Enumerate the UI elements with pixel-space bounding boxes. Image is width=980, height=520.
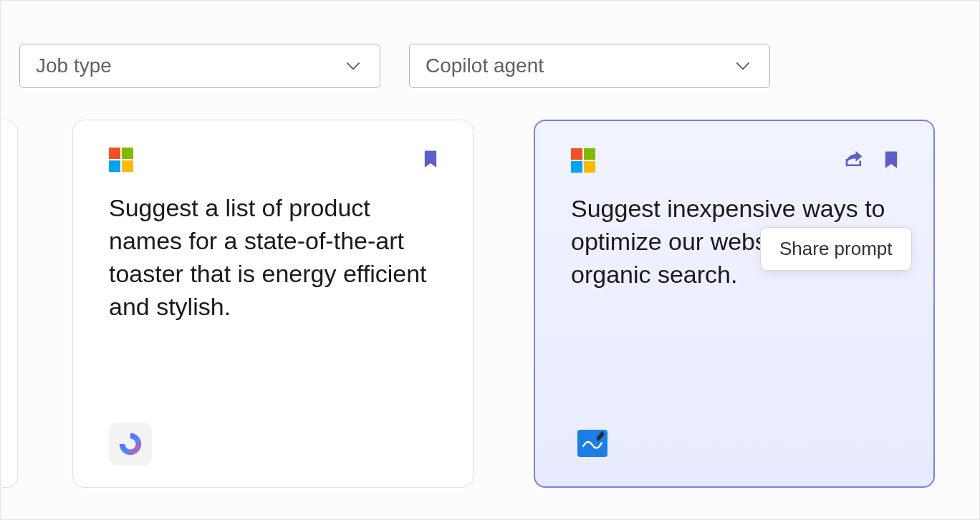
share-prompt-tooltip: Share prompt: [760, 227, 912, 271]
chevron-down-icon: [344, 57, 362, 75]
card-header: [571, 148, 902, 173]
loop-icon: [117, 430, 144, 458]
card-actions: [420, 148, 441, 169]
copilot-agent-dropdown[interactable]: Copilot agent: [409, 44, 770, 88]
copilot-agent-label: Copilot agent: [426, 54, 544, 77]
job-type-dropdown[interactable]: Job type: [19, 44, 380, 88]
card-footer: [571, 422, 902, 465]
prev-card-edge[interactable]: [2, 120, 18, 488]
app-icon-button[interactable]: [109, 423, 152, 466]
card-footer: [109, 423, 441, 466]
app-icon-button[interactable]: [571, 422, 614, 465]
microsoft-logo-icon: [109, 148, 133, 172]
prompt-card-selected[interactable]: Suggest inexpensive ways to optimize our…: [534, 120, 935, 488]
share-icon[interactable]: [843, 148, 865, 170]
job-type-label: Job type: [36, 54, 112, 77]
whiteboard-icon: [577, 430, 607, 457]
bookmark-icon[interactable]: [880, 148, 902, 170]
card-actions: [843, 148, 902, 170]
prompt-cards-row: Share prompt Suggest a list of product n…: [15, 120, 965, 488]
filter-row: Job type Copilot agent: [19, 44, 965, 88]
prompt-card[interactable]: Suggest a list of product names for a st…: [72, 120, 474, 488]
bookmark-icon[interactable]: [420, 148, 441, 169]
microsoft-logo-icon: [571, 148, 595, 173]
chevron-down-icon: [734, 57, 752, 75]
prompt-text: Suggest a list of product names for a st…: [109, 192, 441, 423]
card-header: [109, 148, 441, 172]
tooltip-text: Share prompt: [779, 238, 893, 259]
